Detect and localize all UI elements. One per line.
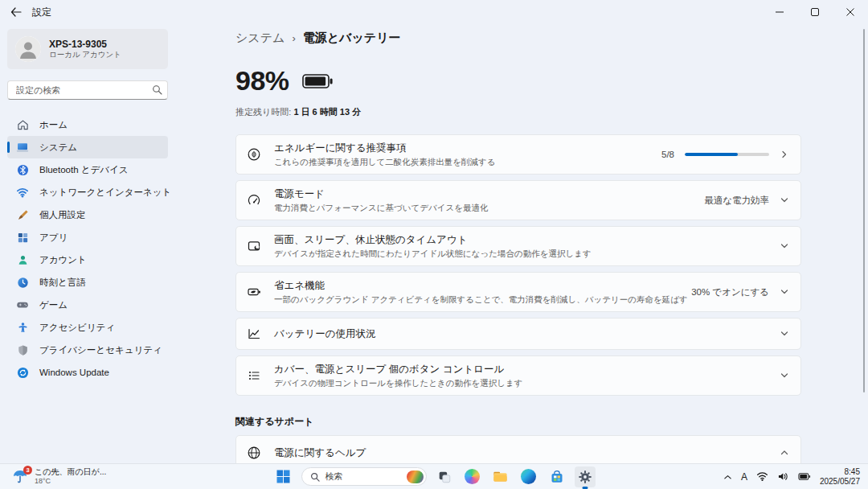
file-explorer-icon	[493, 469, 508, 484]
back-button[interactable]	[0, 0, 32, 24]
related-support-heading: 関連するサポート	[235, 415, 801, 429]
settings-button[interactable]	[575, 466, 596, 487]
sidebar-item-network-internet[interactable]: ネットワークとインターネット	[7, 181, 168, 203]
start-button[interactable]	[273, 466, 294, 487]
clock-globe-icon	[16, 276, 29, 289]
sidebar-item-personalization[interactable]: 個人用設定	[7, 203, 168, 226]
avatar	[15, 36, 41, 62]
card-power-help[interactable]: 電源に関するヘルプ	[235, 435, 801, 463]
card-lid-power-sleep-buttons[interactable]: カバー、電源とスリープ 個のボタン コントロール デバイスの物理コントロールを操…	[235, 355, 801, 396]
card-energy-recommendations[interactable]: エネルギーに関する推奨事項 これらの推奨事項を適用して二酸化炭素排出量を削減する…	[235, 134, 801, 175]
search-icon	[152, 84, 162, 95]
wifi-icon	[16, 186, 29, 199]
tray-wifi-icon[interactable]	[756, 471, 768, 482]
sidebar-item-system[interactable]: システム	[7, 136, 168, 158]
shield-icon	[16, 343, 29, 356]
search-highlight-thumbnail[interactable]	[407, 471, 424, 483]
weather-headline: この先、雨の日が...	[35, 467, 106, 477]
page-title: 電源とバッテリー	[303, 31, 401, 46]
user-name: XPS-13-9305	[49, 39, 121, 50]
globe-icon	[247, 446, 261, 460]
microsoft-store-icon	[550, 470, 564, 484]
edge-button[interactable]	[518, 466, 539, 487]
battery-percent: 98%	[235, 65, 289, 97]
microsoft-store-button[interactable]	[547, 466, 567, 487]
taskbar-search-label: 検索	[326, 471, 401, 483]
battery-icon	[302, 73, 333, 89]
tray-date: 2025/05/27	[820, 477, 860, 487]
tray-volume-icon[interactable]	[777, 471, 789, 482]
card-screen-sleep-timeouts[interactable]: 画面、スリープ、休止状態のタイムアウト デバイスが指定された時間にわたりアイドル…	[235, 226, 801, 266]
sidebar-item-bluetooth-devices[interactable]: Bluetooth とデバイス	[7, 158, 168, 181]
card-power-mode[interactable]: 電源モード 電力消費とパフォーマンスに基づいてデバイスを最適化 最適な電力効率	[235, 180, 801, 220]
main-content: システム › 電源とバッテリー 98% 推定残り時間: 1 日 6 時間 13 …	[175, 24, 868, 463]
taskbar: 3 この先、雨の日が... 18°C 検索	[0, 463, 868, 489]
battery-remaining: 推定残り時間: 1 日 6 時間 13 分	[235, 106, 801, 118]
close-button[interactable]	[833, 0, 868, 24]
paintbrush-icon	[16, 208, 29, 221]
user-account-card[interactable]: XPS-13-9305 ローカル アカウント	[7, 29, 168, 69]
windows-update-icon	[16, 366, 29, 379]
minimize-button[interactable]	[762, 0, 797, 24]
weather-widget[interactable]: 3 この先、雨の日が... 18°C	[6, 464, 111, 489]
tray-chevron-up-icon[interactable]	[723, 473, 732, 481]
scrollbar[interactable]	[863, 29, 865, 392]
chevron-down-icon	[780, 287, 789, 297]
sidebar-nav: ホーム システム Bluetooth とデバイス ネットワークとインターネット …	[7, 113, 168, 384]
chevron-down-icon	[780, 241, 789, 251]
maximize-button[interactable]	[797, 0, 833, 24]
bluetooth-icon	[16, 163, 29, 176]
energy-saver-value: 30% でオンにする	[691, 286, 769, 298]
sidebar-item-home[interactable]: ホーム	[7, 113, 168, 136]
task-view-button[interactable]	[434, 466, 455, 487]
user-account-type: ローカル アカウント	[49, 50, 121, 60]
person-icon	[16, 253, 29, 266]
energy-progress-bar	[685, 153, 769, 156]
chevron-right-icon	[780, 150, 789, 159]
breadcrumb: システム › 電源とバッテリー	[235, 31, 801, 46]
settings-cards: エネルギーに関する推奨事項 これらの推奨事項を適用して二酸化炭素排出量を削減する…	[235, 134, 801, 396]
settings-search-input[interactable]	[7, 80, 168, 100]
sidebar-item-windows-update[interactable]: Windows Update	[7, 361, 168, 384]
tray-battery-icon[interactable]	[798, 471, 811, 482]
taskbar-search[interactable]: 検索	[301, 467, 427, 486]
chevron-down-icon	[780, 371, 789, 380]
battery-usage-chart-icon	[247, 327, 261, 341]
button-controls-list-icon	[247, 368, 261, 383]
breadcrumb-system[interactable]: システム	[235, 31, 285, 46]
tray-time: 8:45	[820, 467, 860, 477]
apps-icon	[16, 231, 29, 244]
home-icon	[16, 118, 29, 131]
chevron-up-icon	[780, 448, 789, 458]
ime-indicator[interactable]: A	[741, 471, 747, 483]
system-icon	[16, 141, 29, 154]
weather-temperature: 18°C	[35, 477, 106, 486]
clock[interactable]: 8:45 2025/05/27	[820, 467, 860, 486]
sidebar-item-gaming[interactable]: ゲーム	[7, 294, 168, 316]
sidebar-item-privacy-security[interactable]: プライバシーとセキュリティ	[7, 339, 168, 361]
window-title: 設定	[32, 6, 51, 19]
sidebar-item-accessibility[interactable]: アクセシビリティ	[7, 316, 168, 339]
windows-logo-icon	[276, 470, 290, 483]
sidebar-item-accounts[interactable]: アカウント	[7, 249, 168, 271]
sidebar-item-apps[interactable]: アプリ	[7, 226, 168, 249]
sidebar-item-time-language[interactable]: 時刻と言語	[7, 271, 168, 294]
power-mode-value: 最適な電力効率	[704, 195, 769, 207]
titlebar: 設定	[0, 0, 868, 24]
copilot-button[interactable]	[462, 466, 483, 487]
gauge-icon	[247, 193, 261, 208]
battery-status: 98%	[235, 65, 801, 97]
card-battery-usage[interactable]: バッテリーの使用状況	[235, 318, 801, 350]
breadcrumb-separator-icon: ›	[292, 32, 295, 44]
back-arrow-icon	[10, 7, 22, 17]
task-view-icon	[437, 470, 452, 484]
card-energy-saver[interactable]: 省エネ機能 一部のバックグラウンド アクティビティを制限することで、電力消費を削…	[235, 272, 801, 312]
gamepad-icon	[16, 298, 29, 311]
system-tray: A 8:45 2025/05/27	[723, 464, 860, 489]
edge-icon	[521, 469, 536, 484]
chevron-down-icon	[780, 329, 789, 339]
settings-gear-icon	[578, 470, 592, 484]
energy-progress-label: 5/8	[661, 150, 674, 159]
notification-badge: 3	[23, 466, 32, 475]
file-explorer-button[interactable]	[490, 466, 511, 487]
